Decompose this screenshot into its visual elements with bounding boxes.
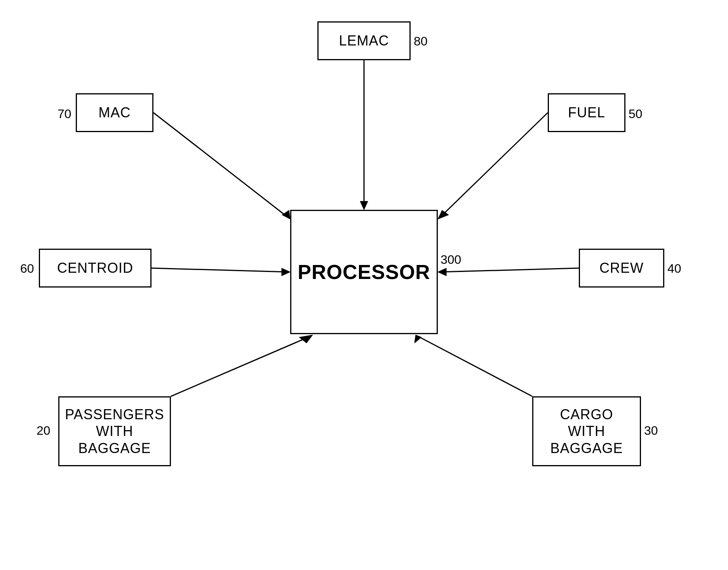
fuel-node: FUEL <box>548 93 625 132</box>
processor-node: PROCESSOR <box>290 210 438 334</box>
centroid-node: CENTROID <box>39 249 152 288</box>
lemac-label: LEMAC <box>339 32 389 49</box>
svg-marker-1 <box>360 201 368 210</box>
centroid-ref: 60 <box>20 261 34 276</box>
lemac-node: LEMAC <box>317 21 411 60</box>
diagram: PROCESSOR 300 LEMAC 80 MAC 70 FUEL 50 CE… <box>0 0 728 570</box>
processor-ref: 300 <box>441 253 461 267</box>
svg-marker-9 <box>438 268 446 276</box>
passengers-ref: 20 <box>37 424 51 438</box>
svg-line-2 <box>153 113 288 218</box>
svg-marker-13 <box>415 335 421 343</box>
svg-marker-7 <box>282 268 290 276</box>
mac-label: MAC <box>99 104 131 121</box>
centroid-label: CENTROID <box>57 260 133 276</box>
fuel-ref: 50 <box>629 107 643 121</box>
svg-marker-5 <box>438 210 449 219</box>
processor-label: PROCESSOR <box>298 260 430 284</box>
cargo-node: CARGO WITH BAGGAGE <box>532 396 641 466</box>
svg-marker-3 <box>282 210 290 219</box>
mac-ref: 70 <box>57 107 71 121</box>
cargo-label: CARGO WITH BAGGAGE <box>550 406 623 457</box>
crew-label: CREW <box>599 260 644 276</box>
svg-marker-11 <box>299 335 313 343</box>
svg-line-6 <box>152 268 288 272</box>
cargo-ref: 30 <box>644 424 658 438</box>
svg-line-4 <box>440 113 548 218</box>
crew-ref: 40 <box>667 261 681 276</box>
svg-line-8 <box>440 268 579 272</box>
fuel-label: FUEL <box>568 104 605 121</box>
mac-node: MAC <box>76 93 153 132</box>
svg-line-12 <box>418 336 532 396</box>
lemac-ref: 80 <box>414 34 428 49</box>
passengers-label: PASSENGERS WITH BAGGAGE <box>65 406 164 457</box>
svg-line-10 <box>171 336 311 396</box>
passengers-node: PASSENGERS WITH BAGGAGE <box>58 396 171 466</box>
crew-node: CREW <box>579 249 664 288</box>
